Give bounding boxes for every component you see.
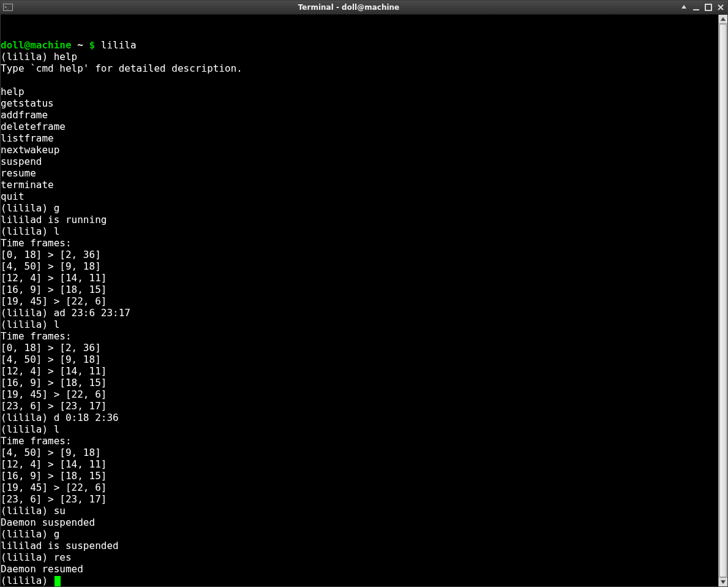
prompt-user-host: doll@machine xyxy=(1,39,72,51)
terminal-line: [4, 50] > [9, 18] xyxy=(1,260,718,272)
terminal-line: [4, 50] > [9, 18] xyxy=(1,354,718,365)
terminal-line: nextwakeup xyxy=(1,144,718,156)
scrollbar-track[interactable] xyxy=(719,24,727,577)
terminal-line: lililad is suspended xyxy=(1,540,718,551)
sub-prompt: (lilila) xyxy=(1,551,54,563)
terminal-line: Time frames: xyxy=(1,237,718,249)
terminal-line: getstatus xyxy=(1,97,718,109)
scroll-up-icon[interactable] xyxy=(680,3,688,12)
terminal-line: [0, 18] > [2, 36] xyxy=(1,249,718,260)
terminal-line: Daemon resumed xyxy=(1,563,718,575)
terminal-line: Time frames: xyxy=(1,330,718,342)
terminal-line: doll@machine ~ $ lilila xyxy=(1,39,718,51)
terminal-output[interactable]: doll@machine ~ $ lilila(lilila) helpType… xyxy=(1,15,718,586)
scrollbar-down-button[interactable] xyxy=(719,577,727,586)
terminal-line xyxy=(1,74,718,86)
svg-rect-0 xyxy=(693,9,699,10)
terminal-line: Time frames: xyxy=(1,435,718,447)
terminal-line: (lilila) ad 23:6 23:17 xyxy=(1,307,718,319)
terminal-app-icon xyxy=(3,4,13,11)
shell-command: lilila xyxy=(101,39,137,51)
terminal-line: Daemon suspended xyxy=(1,517,718,528)
terminal-line: Type `cmd help' for detailed description… xyxy=(1,62,718,74)
window-title: Terminal - doll@machine xyxy=(18,3,680,12)
sub-prompt: (lilila) xyxy=(1,225,54,237)
sub-prompt: (lilila) xyxy=(1,319,54,330)
terminal-line: [12, 4] > [14, 11] xyxy=(1,365,718,377)
terminal-line: [4, 50] > [9, 18] xyxy=(1,447,718,458)
terminal-line: listframe xyxy=(1,132,718,144)
sub-command: help xyxy=(54,51,78,62)
terminal-line: [0, 18] > [2, 36] xyxy=(1,342,718,354)
prompt-path: ~ xyxy=(72,39,83,51)
terminal-line: (lilila) l xyxy=(1,423,718,435)
sub-prompt: (lilila) xyxy=(1,307,54,319)
close-button[interactable] xyxy=(716,3,725,12)
svg-rect-1 xyxy=(705,4,711,10)
text-cursor xyxy=(54,576,61,586)
terminal-body: doll@machine ~ $ lilila(lilila) helpType… xyxy=(1,15,727,586)
sub-prompt: (lilila) xyxy=(1,528,54,540)
terminal-line: [19, 45] > [22, 6] xyxy=(1,482,718,493)
terminal-line: terminate xyxy=(1,179,718,191)
sub-command: g xyxy=(54,202,60,214)
sub-prompt: (lilila) xyxy=(1,202,54,214)
maximize-button[interactable] xyxy=(704,3,713,12)
terminal-line: lililad is running xyxy=(1,214,718,225)
terminal-line: [19, 45] > [22, 6] xyxy=(1,388,718,400)
terminal-line: addframe xyxy=(1,109,718,121)
prompt-sign: $ xyxy=(83,39,101,51)
terminal-line: [16, 9] > [18, 15] xyxy=(1,470,718,482)
vertical-scrollbar[interactable] xyxy=(718,15,727,586)
terminal-line: (lilila) g xyxy=(1,528,718,540)
terminal-line: (lilila) d 0:18 2:36 xyxy=(1,412,718,423)
scrollbar-thumb[interactable] xyxy=(719,24,727,577)
terminal-line: [23, 6] > [23, 17] xyxy=(1,493,718,505)
terminal-line: [16, 9] > [18, 15] xyxy=(1,377,718,388)
sub-prompt: (lilila) xyxy=(1,423,54,435)
sub-prompt: (lilila) xyxy=(1,412,54,423)
terminal-line: (lilila) g xyxy=(1,202,718,214)
minimize-button[interactable] xyxy=(692,3,700,12)
terminal-line: [19, 45] > [22, 6] xyxy=(1,295,718,307)
scrollbar-up-button[interactable] xyxy=(719,15,727,24)
terminal-line: [16, 9] > [18, 15] xyxy=(1,284,718,295)
sub-command: d 0:18 2:36 xyxy=(54,412,119,423)
terminal-line: [12, 4] > [14, 11] xyxy=(1,458,718,470)
terminal-line: resume xyxy=(1,167,718,179)
terminal-line: (lilila) su xyxy=(1,505,718,517)
sub-command: ad 23:6 23:17 xyxy=(54,307,130,319)
terminal-line: help xyxy=(1,86,718,97)
sub-prompt: (lilila) xyxy=(1,575,54,586)
sub-command: l xyxy=(54,319,60,330)
sub-prompt: (lilila) xyxy=(1,505,54,517)
terminal-line: (lilila) xyxy=(1,575,718,586)
sub-command: l xyxy=(54,423,60,435)
terminal-line: [12, 4] > [14, 11] xyxy=(1,272,718,284)
sub-prompt: (lilila) xyxy=(1,51,54,62)
terminal-line: deleteframe xyxy=(1,121,718,132)
terminal-line: (lilila) l xyxy=(1,319,718,330)
terminal-line: quit xyxy=(1,191,718,202)
terminal-line: [23, 6] > [23, 17] xyxy=(1,400,718,412)
sub-command: su xyxy=(54,505,66,517)
terminal-line: suspend xyxy=(1,156,718,167)
terminal-line: (lilila) res xyxy=(1,551,718,563)
window-controls xyxy=(680,3,725,12)
sub-command: g xyxy=(54,528,60,540)
sub-command: res xyxy=(54,551,72,563)
terminal-window: Terminal - doll@machine doll@machine ~ $… xyxy=(0,0,728,587)
sub-command: l xyxy=(54,225,60,237)
terminal-line: (lilila) help xyxy=(1,51,718,62)
titlebar[interactable]: Terminal - doll@machine xyxy=(1,1,727,15)
terminal-line: (lilila) l xyxy=(1,225,718,237)
